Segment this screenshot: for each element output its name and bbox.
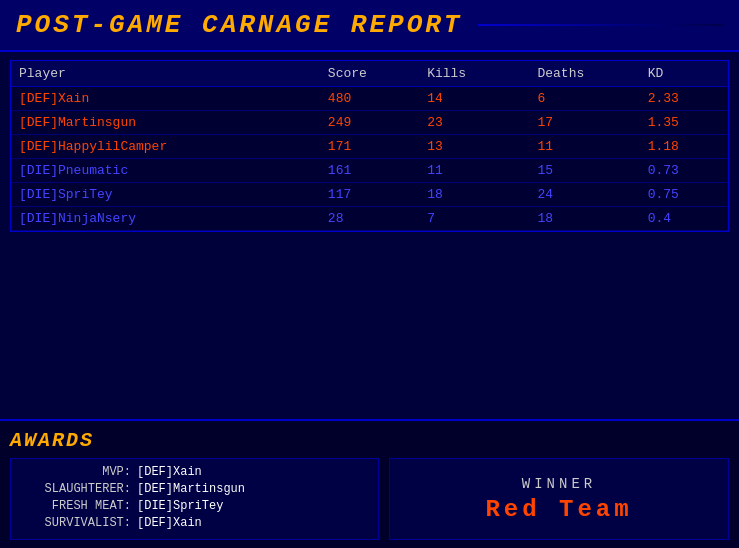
table-cell: [DEF]Martinsgun <box>11 111 320 135</box>
award-row: MVP:[DEF]Xain <box>21 465 368 479</box>
table-cell: 171 <box>320 135 419 159</box>
col-header-deaths: Deaths <box>529 61 639 87</box>
table-cell: 18 <box>529 207 639 231</box>
table-cell: 1.35 <box>640 111 728 135</box>
awards-title: AWARDS <box>10 429 729 452</box>
awards-content: MVP:[DEF]XainSLAUGHTERER:[DEF]Martinsgun… <box>10 458 729 540</box>
winner-label: WINNER <box>522 476 596 492</box>
header: POST-GAME CARNAGE REPORT <box>0 0 739 52</box>
table-cell: 28 <box>320 207 419 231</box>
table-cell: 480 <box>320 87 419 111</box>
table-cell: [DIE]SpriTey <box>11 183 320 207</box>
table-row: [DEF]Xain4801462.33 <box>11 87 728 111</box>
awards-list: MVP:[DEF]XainSLAUGHTERER:[DEF]Martinsgun… <box>10 458 379 540</box>
award-row: SURVIVALIST:[DEF]Xain <box>21 516 368 530</box>
table-header-row: Player Score Kills Deaths KD <box>11 61 728 87</box>
table-cell: 6 <box>529 87 639 111</box>
score-body: [DEF]Xain4801462.33[DEF]Martinsgun249231… <box>11 87 728 231</box>
table-cell: 11 <box>419 159 529 183</box>
table-row: [DEF]Martinsgun24923171.35 <box>11 111 728 135</box>
table-cell: 23 <box>419 111 529 135</box>
table-row: [DIE]Pneumatic16111150.73 <box>11 159 728 183</box>
col-header-score: Score <box>320 61 419 87</box>
table-cell: 2.33 <box>640 87 728 111</box>
table-cell: 17 <box>529 111 639 135</box>
awards-section: AWARDS MVP:[DEF]XainSLAUGHTERER:[DEF]Mar… <box>0 419 739 548</box>
col-header-kd: KD <box>640 61 728 87</box>
table-cell: 0.4 <box>640 207 728 231</box>
award-value: [DEF]Martinsgun <box>137 482 245 496</box>
table-cell: [DIE]NinjaNsery <box>11 207 320 231</box>
table-cell: 161 <box>320 159 419 183</box>
award-label: MVP: <box>21 465 131 479</box>
col-header-player: Player <box>11 61 320 87</box>
winner-name: Red Team <box>485 496 632 523</box>
table-cell: 18 <box>419 183 529 207</box>
table-cell: 249 <box>320 111 419 135</box>
award-label: FRESH MEAT: <box>21 499 131 513</box>
table-row: [DIE]SpriTey11718240.75 <box>11 183 728 207</box>
table-cell: 24 <box>529 183 639 207</box>
scoreboard: Player Score Kills Deaths KD [DEF]Xain48… <box>10 60 729 232</box>
award-label: SLAUGHTERER: <box>21 482 131 496</box>
table-cell: 14 <box>419 87 529 111</box>
col-header-kills: Kills <box>419 61 529 87</box>
table-row: [DEF]HappylilCamper17113111.18 <box>11 135 728 159</box>
table-row: [DIE]NinjaNsery287180.4 <box>11 207 728 231</box>
table-cell: 11 <box>529 135 639 159</box>
header-decoration <box>478 24 723 26</box>
table-cell: 117 <box>320 183 419 207</box>
winner-box: WINNER Red Team <box>389 458 729 540</box>
award-value: [DEF]Xain <box>137 516 202 530</box>
page-title: POST-GAME CARNAGE REPORT <box>16 10 462 40</box>
award-value: [DEF]Xain <box>137 465 202 479</box>
table-cell: 7 <box>419 207 529 231</box>
table-cell: [DEF]Xain <box>11 87 320 111</box>
award-row: SLAUGHTERER:[DEF]Martinsgun <box>21 482 368 496</box>
table-cell: 13 <box>419 135 529 159</box>
award-label: SURVIVALIST: <box>21 516 131 530</box>
table-cell: 15 <box>529 159 639 183</box>
score-table: Player Score Kills Deaths KD [DEF]Xain48… <box>11 61 728 231</box>
table-cell: 0.73 <box>640 159 728 183</box>
table-cell: 0.75 <box>640 183 728 207</box>
table-cell: [DEF]HappylilCamper <box>11 135 320 159</box>
table-cell: 1.18 <box>640 135 728 159</box>
award-value: [DIE]SpriTey <box>137 499 223 513</box>
award-row: FRESH MEAT:[DIE]SpriTey <box>21 499 368 513</box>
table-cell: [DIE]Pneumatic <box>11 159 320 183</box>
